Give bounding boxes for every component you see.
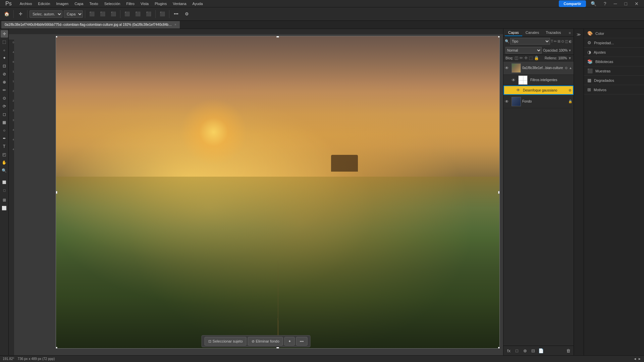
blend-mode-select[interactable]: Normal xyxy=(505,47,542,54)
dodge-tool[interactable]: ○ xyxy=(1,127,8,134)
layer-filter-icon1[interactable]: T xyxy=(551,39,553,43)
lock-image-btn[interactable]: ✏ xyxy=(520,56,523,60)
add-mask-btn[interactable]: □ xyxy=(514,347,520,354)
select-subject-btn[interactable]: ⊡ Seleccionar sujeto xyxy=(205,337,247,346)
layer1-visibility-icon[interactable]: 👁 xyxy=(505,66,510,70)
fill-chevron[interactable]: ▼ xyxy=(568,56,572,60)
prop-ajustes[interactable]: ◑ Ajustes xyxy=(584,48,644,57)
active-tab[interactable]: 0a1f8c38e1ef7440c84bbfe566bb775d--colomb… xyxy=(1,21,180,28)
lasso-tool[interactable]: ⬦ xyxy=(1,46,8,54)
hand-tool[interactable]: ✋ xyxy=(1,159,8,166)
settings-btn[interactable]: ⚙ xyxy=(182,9,192,19)
healing-tool[interactable]: ⊕ xyxy=(1,78,8,86)
gradient-tool[interactable]: ▦ xyxy=(1,119,8,126)
window-maximize[interactable]: □ xyxy=(622,0,630,7)
layer3-visibility-icon[interactable]: 👁 xyxy=(516,88,522,93)
quick-mask-btn[interactable]: ⊞ xyxy=(1,196,8,204)
layer4-visibility-icon[interactable]: 👁 xyxy=(505,99,510,104)
prop-propiedad[interactable]: ⚙ Propiedad... xyxy=(584,38,644,48)
screen-mode-btn[interactable]: ⬜ xyxy=(1,204,8,212)
layer-fondo[interactable]: 👁 Fondo 🔒 xyxy=(503,95,574,108)
align-left-btn[interactable]: ⬛ xyxy=(87,9,97,19)
layer3-options-btn[interactable]: ⚙ xyxy=(569,88,572,92)
share-button[interactable]: Compartir xyxy=(559,0,586,7)
layer1-expand-icon[interactable]: ▲ xyxy=(569,66,572,70)
rp-collapse-btn[interactable]: ≫ xyxy=(575,30,583,39)
tab-capas[interactable]: Capas xyxy=(505,29,522,36)
menu-vista[interactable]: Vista xyxy=(138,1,151,6)
eraser-tool[interactable]: ◻ xyxy=(1,111,8,118)
lock-transparency-btn[interactable]: ◫ xyxy=(515,56,518,60)
bg-color[interactable]: ◻ xyxy=(1,186,8,194)
tab-trazados[interactable]: Trazados xyxy=(542,29,564,36)
lock-all-btn[interactable]: 🔒 xyxy=(534,56,539,60)
window-minimize[interactable]: ─ xyxy=(611,0,620,7)
layer-filter-icon3[interactable]: ⊞ xyxy=(557,39,560,44)
scroll-left-btn[interactable]: ◄ xyxy=(633,357,637,361)
opacity-value[interactable]: 100% xyxy=(559,49,568,52)
more-dots-btn[interactable]: ••• xyxy=(296,337,308,346)
pen-tool[interactable]: ✒ xyxy=(1,135,8,142)
layer-filter-toggle[interactable]: ◐ xyxy=(569,39,572,44)
brush-tool[interactable]: ✏ xyxy=(1,86,8,94)
prop-degradados[interactable]: ▦ Degradados xyxy=(584,76,644,85)
shape-tool[interactable]: ◰ xyxy=(1,151,8,158)
layer-filter-icon2[interactable]: ✏ xyxy=(554,39,557,44)
home-button[interactable]: 🏠 xyxy=(2,9,11,19)
select-tool[interactable]: ⬚ xyxy=(1,38,8,46)
layer-smart-object[interactable]: 👁 0a1f8c38e1ef...bian-culture ⊙ ▲ xyxy=(503,61,574,75)
menu-ayuda[interactable]: Ayuda xyxy=(190,1,206,6)
layer-select-dropdown[interactable]: Capa xyxy=(64,10,83,18)
menu-edicion[interactable]: Edición xyxy=(35,1,53,6)
menu-imagen[interactable]: Imagen xyxy=(53,1,71,6)
move-tool[interactable]: ✛ xyxy=(1,30,8,38)
arrange-btn[interactable]: ⬛ xyxy=(158,9,167,19)
prop-color[interactable]: 🎨 Color xyxy=(584,29,644,38)
scroll-right-btn[interactable]: ► xyxy=(638,357,641,361)
history-tool[interactable]: ⟳ xyxy=(1,103,8,110)
adjustment-layer-btn[interactable]: ⊕ xyxy=(522,347,528,354)
help-icon[interactable]: ? xyxy=(601,0,609,7)
crop-tool[interactable]: ⊡ xyxy=(1,62,8,70)
dist-h-btn[interactable]: ⬛ xyxy=(122,9,132,19)
menu-archivo[interactable]: Archivo xyxy=(17,1,35,6)
align-center-btn[interactable]: ⬛ xyxy=(98,9,107,19)
group-layer-btn[interactable]: ⊟ xyxy=(530,347,536,354)
layer-smart-filters-group[interactable]: 👁 Filtros inteligentes xyxy=(503,75,574,85)
magic-wand-tool[interactable]: ✦ xyxy=(1,54,8,62)
prop-muestras[interactable]: ⬛ Muestras xyxy=(584,66,644,76)
move-tool-btn[interactable]: ✛ xyxy=(16,9,25,19)
layer-filter-icon4[interactable]: ⊙ xyxy=(561,39,564,44)
lock-position-btn[interactable]: ✛ xyxy=(524,56,528,60)
more-options-btn[interactable]: ••• xyxy=(171,9,181,19)
opacity-chevron[interactable]: ▼ xyxy=(568,49,572,52)
menu-seleccion[interactable]: Selección xyxy=(102,1,123,6)
dist-3-btn[interactable]: ⬛ xyxy=(144,9,153,19)
search-icon[interactable]: 🔍 xyxy=(588,0,599,7)
zoom-tool[interactable]: 🔍 xyxy=(1,167,8,174)
clone-tool[interactable]: ⊙ xyxy=(1,95,8,102)
delete-layer-btn[interactable]: 🗑 xyxy=(565,347,572,354)
fill-value[interactable]: 100% xyxy=(558,56,567,60)
auto-select-dropdown[interactable]: Selec. autom. xyxy=(30,10,62,18)
eyedropper-tool[interactable]: ⊘ xyxy=(1,70,8,78)
layer-filter-icon5[interactable]: ◫ xyxy=(565,39,568,44)
tab-close-btn[interactable]: × xyxy=(174,23,176,26)
text-tool[interactable]: T xyxy=(1,143,8,150)
menu-ventana[interactable]: Ventana xyxy=(170,1,189,6)
layer-gaussian-blur[interactable]: 👁 Desenfoque gaussiano ⚙ xyxy=(503,85,574,95)
more-context-btn[interactable]: ✦ xyxy=(284,337,295,346)
layer2-visibility-icon[interactable]: 👁 xyxy=(512,78,517,82)
menu-plugins[interactable]: Plugins xyxy=(152,1,169,6)
align-right-btn[interactable]: ⬛ xyxy=(109,9,118,19)
fg-color[interactable]: ◼ xyxy=(1,178,8,186)
lock-artboard-btn[interactable]: ⬚ xyxy=(529,56,533,60)
add-fx-btn[interactable]: fx xyxy=(505,347,512,354)
new-layer-btn[interactable]: 📄 xyxy=(538,347,544,354)
menu-filtro[interactable]: Filtro xyxy=(123,1,137,6)
layer-filter-dropdown[interactable]: Tipo xyxy=(510,38,550,45)
tab-canales[interactable]: Canales xyxy=(522,29,542,36)
remove-bg-btn[interactable]: ⊘ Eliminar fondo xyxy=(248,337,283,346)
panel-menu-btn[interactable]: ≡ xyxy=(568,29,572,36)
prop-motivos[interactable]: ⊞ Motivos xyxy=(584,85,644,95)
